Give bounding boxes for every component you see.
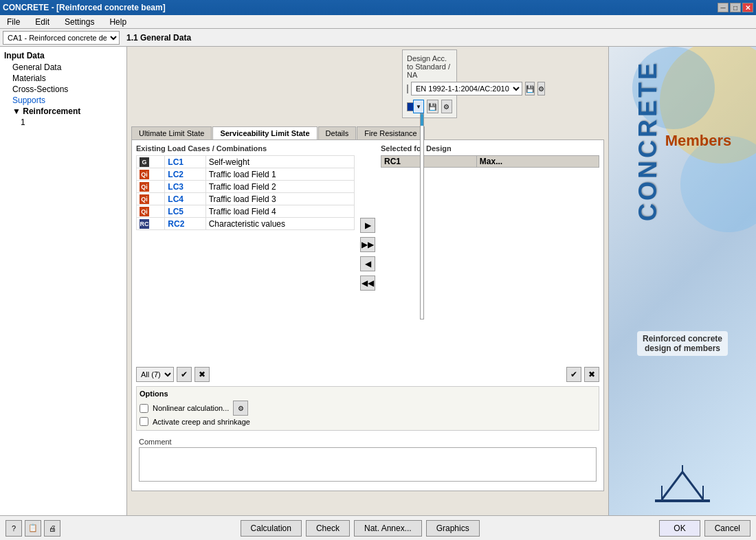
case-dropdown[interactable]: CA1 - Reinforced concrete desi... xyxy=(3,31,120,45)
menu-edit[interactable]: Edit xyxy=(31,16,54,27)
main-layout: Input Data General Data Materials Cross-… xyxy=(0,47,756,515)
creep-label: Activate creep and shrinkage xyxy=(153,418,250,426)
standard-dropdown[interactable]: EN 1992-1-1:2004/AC:2010 xyxy=(411,82,522,95)
minimize-button[interactable]: ─ xyxy=(718,3,729,12)
copy-button[interactable]: 📋 xyxy=(25,520,41,537)
bottom-left-buttons: ? 📋 🖨 xyxy=(5,520,60,537)
banner-title: CONCRETE xyxy=(634,60,663,221)
move-left-btn[interactable]: ◀ xyxy=(360,256,375,271)
na-dropdown-item[interactable]: SIST Slovenia xyxy=(421,258,424,269)
selected-code-header: RC1 xyxy=(381,156,477,168)
move-right-btn[interactable]: ▶ xyxy=(360,218,375,233)
filter-reset-btn[interactable]: ✖ xyxy=(194,367,210,382)
selected-reset-btn[interactable]: ✖ xyxy=(584,367,599,382)
sidebar-item-cross-sections[interactable]: Cross-Sections xyxy=(0,84,126,95)
tab-uls[interactable]: Ultimate Limit State xyxy=(131,126,212,139)
na-dropdown-item[interactable]: UNE Spain xyxy=(421,304,424,316)
sidebar-input-data: Input Data xyxy=(0,49,126,62)
load-case-row[interactable]: Qi LC3 Traffic load Field 2 xyxy=(137,181,355,193)
banner-subtitle: Members xyxy=(665,132,732,150)
standard-save-btn[interactable]: 💾 xyxy=(525,82,535,95)
graphics-button[interactable]: Graphics xyxy=(426,520,480,537)
menu-settings[interactable]: Settings xyxy=(60,16,98,27)
comment-input[interactable] xyxy=(139,447,597,482)
cancel-button[interactable]: Cancel xyxy=(704,520,751,537)
sidebar: Input Data General Data Materials Cross-… xyxy=(0,47,127,515)
load-case-row[interactable]: Qi LC4 Traffic load Field 3 xyxy=(137,193,355,205)
filter-accept-btn[interactable]: ✔ xyxy=(177,367,192,382)
comment-label: Comment xyxy=(139,438,597,446)
sidebar-item-reinforcement-1[interactable]: 1 xyxy=(0,117,126,128)
standard-dropdown-row: EN 1992-1-1:2004/AC:2010 💾 ⚙ xyxy=(407,82,452,95)
maximize-button[interactable]: □ xyxy=(730,3,741,12)
svg-rect-3 xyxy=(655,499,710,502)
move-all-right-btn[interactable]: ▶▶ xyxy=(360,237,375,252)
na-dropdown-item[interactable]: NEN Netherlands xyxy=(421,199,424,211)
load-case-row[interactable]: Qi LC5 Traffic load Field 4 xyxy=(137,205,355,218)
help-button[interactable]: ? xyxy=(5,520,22,537)
sidebar-item-supports[interactable]: Supports xyxy=(0,95,126,106)
calculation-button[interactable]: Calculation xyxy=(241,520,302,537)
na-input-wrapper: ▼ CEN EU BS United Kingdom CSN Czech Rep… xyxy=(420,100,424,113)
print-button[interactable]: 🖨 xyxy=(44,520,60,537)
sidebar-item-reinforcement[interactable]: ▼ Reinforcement xyxy=(0,106,126,117)
tab-sls[interactable]: Serviceability Limit State xyxy=(212,126,317,139)
comment-section: Comment xyxy=(136,435,599,486)
na-settings-btn[interactable]: ⚙ xyxy=(441,100,452,113)
na-dropdown-btn[interactable]: ▼ xyxy=(413,100,424,113)
sidebar-item-materials[interactable]: Materials xyxy=(0,73,126,84)
title-bar: CONCRETE - [Reinforced concrete beam] ─ … xyxy=(0,0,756,15)
selected-panel-title: Selected for Design xyxy=(381,144,599,153)
na-dropdown-list: CEN EU BS United Kingdom CSN Czech Repub… xyxy=(420,113,424,319)
toolbar: CA1 - Reinforced concrete desi... 1.1 Ge… xyxy=(0,29,756,47)
nat-annex-button[interactable]: Nat. Annex... xyxy=(354,520,422,537)
banner-description: Reinforced concrete design of members xyxy=(637,331,728,356)
section-label: 1.1 General Data xyxy=(122,33,195,43)
selected-accept-btn[interactable]: ✔ xyxy=(566,367,581,382)
na-dropdown-item[interactable]: PN Poland xyxy=(421,234,424,246)
move-all-left-btn[interactable]: ◀◀ xyxy=(360,275,375,291)
creep-checkbox[interactable] xyxy=(140,417,148,426)
svg-line-4 xyxy=(662,472,682,499)
ok-button[interactable]: OK xyxy=(659,520,700,537)
na-dropdown-item[interactable]: SFS Finland xyxy=(421,246,424,258)
check-button[interactable]: Check xyxy=(306,520,350,537)
load-cases-tbody: G LC1 Self-weight Qi LC2 Traffic load Fi… xyxy=(137,156,355,230)
filter-dropdown[interactable]: All (7) xyxy=(136,367,174,382)
standard-selector-panel: Design Acc. to Standard / NA EN 1992-1-1… xyxy=(402,49,457,118)
na-dropdown-item[interactable]: UNI Italy xyxy=(421,316,424,319)
nonlinear-label: Nonlinear calculation... xyxy=(153,404,229,412)
content-area: Design Acc. to Standard / NA EN 1992-1-1… xyxy=(127,47,608,515)
na-dropdown-item[interactable]: NP Portugal xyxy=(421,223,424,234)
load-case-row[interactable]: Qi LC2 Traffic load Field 1 xyxy=(137,168,355,181)
na-dropdown-item[interactable]: BS United Kingdom xyxy=(421,126,424,145)
options-title: Options xyxy=(140,390,596,398)
banner-logo xyxy=(655,465,710,508)
tab-details[interactable]: Details xyxy=(318,126,357,139)
na-dropdown-item[interactable]: STN Slovakia xyxy=(421,293,424,304)
svg-line-5 xyxy=(682,472,703,499)
tab-bar: Ultimate Limit State Serviceability Limi… xyxy=(131,126,604,139)
two-column-layout: Existing Load Cases / Combinations G LC1… xyxy=(136,144,599,364)
na-dropdown-item[interactable]: DIN Germany xyxy=(421,164,424,176)
load-case-row[interactable]: RC RC2 Characteristic values xyxy=(137,218,355,230)
standard-settings-btn[interactable]: ⚙ xyxy=(537,82,545,95)
na-dropdown-item[interactable]: DK Denmark xyxy=(421,176,424,188)
na-dropdown-item[interactable]: CSN Czech Republic xyxy=(421,145,424,164)
na-save-btn[interactable]: 💾 xyxy=(427,100,438,113)
nonlinear-settings-btn[interactable]: ⚙ xyxy=(233,401,248,416)
na-dropdown-item[interactable]: SS Sweden xyxy=(421,281,424,293)
na-dropdown-item[interactable]: CEN EU xyxy=(421,114,424,126)
na-dropdown-item[interactable]: SS Singapore xyxy=(421,269,424,281)
filter-row: All (7) ✔ ✖ ✔ ✖ xyxy=(136,367,599,382)
nonlinear-checkbox[interactable] xyxy=(140,404,148,413)
na-dropdown-item[interactable]: NF France xyxy=(421,211,424,223)
close-button[interactable]: ✕ xyxy=(742,3,753,12)
menu-file[interactable]: File xyxy=(3,16,24,27)
sidebar-item-general-data[interactable]: General Data xyxy=(0,62,126,73)
tab-fire[interactable]: Fire Resistance xyxy=(357,126,424,139)
load-case-row[interactable]: G LC1 Self-weight xyxy=(137,156,355,168)
selected-max-header: Max... xyxy=(476,156,599,168)
menu-help[interactable]: Help xyxy=(105,16,131,27)
na-dropdown-item[interactable]: NBN Belgium xyxy=(421,188,424,199)
